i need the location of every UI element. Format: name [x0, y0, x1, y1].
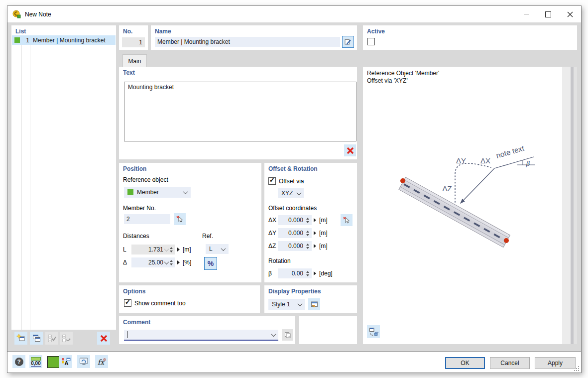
help-icon: ?	[15, 358, 23, 366]
detail-arrow-icon[interactable]	[177, 260, 180, 264]
detail-arrow-icon[interactable]	[314, 271, 316, 275]
tab-main[interactable]: Main	[122, 54, 147, 67]
reference-object-dropdown[interactable]: Member	[124, 187, 191, 198]
name-field[interactable]: Member | Mounting bracket	[155, 37, 340, 47]
show-comment-checkbox[interactable]	[124, 299, 131, 307]
name-value: Member | Mounting bracket	[156, 38, 339, 45]
minimize-button[interactable]	[515, 6, 537, 22]
new-note-button[interactable]	[14, 332, 27, 345]
distance-l-field[interactable]: 1.731	[131, 245, 175, 254]
list-item-note-1[interactable]: 1 Member | Mounting bracket	[12, 35, 116, 45]
style-dropdown[interactable]: Style 1	[268, 299, 305, 310]
units-settings-button[interactable]: 0,00	[29, 355, 42, 368]
copy-window-icon	[32, 334, 41, 343]
pick-offset-button[interactable]	[341, 214, 353, 226]
note-text-area[interactable]: Mounting bracket	[124, 82, 356, 141]
list-item-number: 1	[21, 37, 29, 44]
offset-via-checkbox[interactable]	[268, 177, 276, 185]
select-all-button	[45, 332, 58, 345]
edit-name-button[interactable]	[342, 36, 354, 48]
member-end-node	[504, 238, 509, 243]
resize-grip[interactable]	[574, 366, 579, 371]
offset-z-value: 0.000	[279, 243, 305, 250]
offset-y-field[interactable]: 0.000	[278, 228, 312, 238]
toggle-preview-mode-button[interactable]	[367, 325, 380, 338]
detail-arrow-icon[interactable]	[177, 248, 180, 252]
help-button[interactable]: ?	[12, 355, 25, 368]
spinner-control[interactable]	[170, 260, 173, 265]
chevron-down-icon	[221, 246, 226, 251]
clear-text-button[interactable]	[344, 144, 356, 156]
spinner-control[interactable]	[306, 218, 309, 223]
delta-x-diagram-label: ΔX	[480, 156, 490, 165]
spinner-control[interactable]	[306, 271, 309, 276]
offset-rotation-header: Offset & Rotation	[268, 165, 318, 172]
active-checkbox[interactable]	[367, 38, 375, 45]
offset-z-unit: [m]	[319, 243, 328, 250]
detail-arrow-icon[interactable]	[314, 244, 316, 248]
member-no-field[interactable]: 2	[124, 214, 170, 224]
note-leader-line	[461, 168, 494, 203]
copy-note-button[interactable]	[30, 332, 43, 345]
display-settings-button[interactable]	[77, 355, 90, 368]
units-icon: 0,00	[31, 357, 41, 367]
check-all-icon	[47, 334, 56, 343]
preview-panel: Reference Object 'Member' Offset via 'XY…	[363, 67, 562, 344]
reference-object-label: Reference object	[123, 176, 168, 183]
new-window-icon	[16, 334, 25, 343]
svg-text:A: A	[64, 360, 68, 366]
text-section: Text Mounting bracket	[119, 67, 357, 159]
color-swatch-button[interactable]	[47, 356, 59, 368]
dialog-footer: ? 0,00 A	[7, 351, 581, 373]
svg-text:fx: fx	[98, 358, 105, 366]
member-no-label: Member No.	[123, 205, 156, 212]
style-value: Style 1	[272, 301, 290, 308]
list-item-label: Member | Mounting bracket	[33, 37, 106, 44]
note-number-field: 1	[122, 37, 145, 47]
empty-panel	[299, 316, 357, 344]
relative-distance-toggle[interactable]: %	[204, 257, 217, 270]
distance-delta-field[interactable]: 25.00	[131, 257, 175, 267]
spinner-control[interactable]	[306, 244, 309, 249]
delete-note-button[interactable]	[97, 332, 110, 345]
chevron-down-icon	[183, 189, 188, 194]
copy-comment-button[interactable]	[282, 329, 293, 341]
offset-z-field[interactable]: 0.000	[278, 241, 312, 251]
offset-x-field[interactable]: 0.000	[278, 215, 312, 225]
fonts-colors-button[interactable]: A	[59, 355, 72, 368]
apply-button[interactable]: Apply	[535, 357, 576, 369]
toggle-3d-view-icon	[369, 327, 378, 337]
pick-member-button[interactable]	[174, 213, 186, 225]
invert-selection-button	[60, 332, 73, 345]
spinner-control[interactable]	[306, 231, 309, 236]
spinner-control[interactable]	[170, 247, 173, 252]
offset-via-value: XYZ	[281, 190, 293, 197]
ref-dropdown[interactable]: L	[206, 244, 229, 254]
cancel-button[interactable]: Cancel	[490, 357, 530, 369]
edit-display-properties-button[interactable]	[308, 298, 320, 310]
note-type-icon	[14, 37, 20, 43]
offset-via-dropdown[interactable]: XYZ	[278, 188, 304, 198]
ok-button[interactable]: OK	[445, 357, 485, 369]
note-offset-diagram: ΔY ΔX ΔZ note text β	[363, 67, 562, 344]
detail-arrow-icon[interactable]	[314, 231, 316, 235]
rotation-beta-value: 0.00	[279, 270, 305, 277]
delta-z-diagram-label: ΔZ	[442, 184, 452, 193]
options-section: Options Show comment too	[119, 285, 260, 313]
distances-label: Distances	[123, 233, 149, 240]
chevron-down-icon	[271, 332, 276, 337]
comment-header: Comment	[123, 319, 150, 326]
maximize-button[interactable]	[537, 6, 559, 22]
rotation-beta-field[interactable]: 0.00	[278, 268, 312, 278]
note-app-icon	[12, 10, 21, 18]
close-button[interactable]	[559, 6, 581, 22]
comment-combobox[interactable]	[124, 330, 278, 341]
delete-x-icon	[100, 335, 108, 342]
offset-y-unit: [m]	[319, 230, 328, 237]
text-caret	[127, 331, 127, 338]
offset-x-label: ΔX	[268, 217, 276, 224]
pick-cursor-icon	[342, 216, 351, 225]
formula-button[interactable]: fx	[95, 355, 108, 368]
detail-arrow-icon[interactable]	[314, 218, 316, 222]
window-title: New Note	[25, 11, 51, 18]
